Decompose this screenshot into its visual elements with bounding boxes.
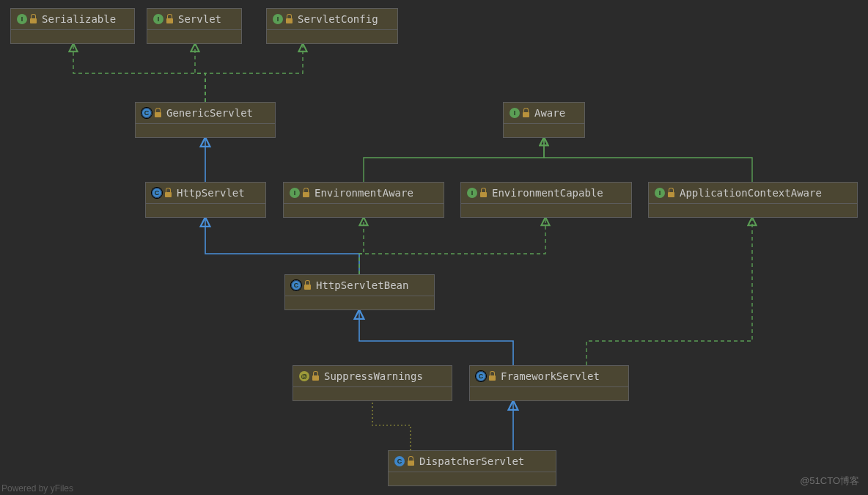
edge-httpservletbean-httpservlet [205, 217, 359, 274]
watermark-text: @51CTO博客 [800, 474, 859, 488]
edge-frameworkservlet-httpservletbean [359, 309, 513, 365]
edge-genericservlet-servlet [195, 43, 205, 102]
class-icon: C [476, 371, 486, 381]
node-label: HttpServletBean [316, 279, 408, 291]
edge-genericservlet-servletconfig [205, 43, 303, 102]
lock-icon [303, 189, 309, 197]
node-label: EnvironmentCapable [492, 187, 603, 199]
edge-appctxaware-aware [544, 137, 752, 182]
node-label: Aware [534, 107, 565, 119]
lock-icon [408, 458, 414, 466]
node-label: ApplicationContextAware [680, 187, 822, 199]
uml-node-environmentcapable[interactable]: IEnvironmentCapable [460, 182, 632, 218]
lock-icon [286, 15, 293, 23]
interface-icon: I [655, 188, 665, 198]
uml-node-aware[interactable]: IAware [503, 102, 585, 138]
edge-httpservletbean-environmentcapable [359, 217, 545, 274]
lock-icon [480, 189, 487, 197]
annot-icon: @ [299, 371, 309, 381]
interface-icon: I [467, 188, 477, 198]
uml-node-dispatcherservlet[interactable]: CDispatcherServlet [388, 450, 556, 486]
node-label: Servlet [178, 13, 221, 25]
class-icon: C [141, 108, 152, 118]
edge-dispatcherservlet-suppresswarnings [372, 400, 411, 450]
edge-frameworkservlet-appctxaware [586, 217, 752, 365]
edge-httpservletbean-environmentaware [359, 217, 364, 274]
interface-icon: I [17, 14, 27, 24]
uml-node-httpservletbean[interactable]: CHttpServletBean [284, 274, 435, 310]
uml-node-appctxaware[interactable]: IApplicationContextAware [648, 182, 858, 218]
diagram-edges [0, 0, 868, 495]
interface-icon: I [153, 14, 163, 24]
lock-icon [312, 373, 319, 381]
node-label: DispatcherServlet [419, 455, 524, 467]
lock-icon [304, 282, 311, 290]
uml-node-genericservlet[interactable]: CGenericServlet [135, 102, 276, 138]
lock-icon [523, 109, 529, 117]
uml-node-frameworkservlet[interactable]: CFrameworkServlet [469, 365, 629, 401]
node-label: FrameworkServlet [501, 370, 600, 382]
lock-icon [155, 109, 161, 117]
class-icon: C [291, 280, 301, 290]
edge-environmentaware-aware [364, 137, 544, 182]
interface-icon: I [273, 14, 283, 24]
lock-icon [30, 15, 37, 23]
uml-node-servlet[interactable]: IServlet [147, 8, 242, 44]
lock-icon [165, 189, 172, 197]
uml-node-suppresswarnings[interactable]: @SuppressWarnings [293, 365, 452, 401]
lock-icon [166, 15, 173, 23]
interface-icon: I [510, 108, 520, 118]
powered-by-text: Powered by yFiles [1, 483, 73, 494]
uml-node-environmentaware[interactable]: IEnvironmentAware [283, 182, 444, 218]
class-icon: C [394, 456, 405, 466]
lock-icon [489, 373, 496, 381]
lock-icon [668, 189, 674, 197]
node-label: Serializable [42, 13, 116, 25]
uml-node-serializable[interactable]: ISerializable [10, 8, 135, 44]
uml-node-httpservlet[interactable]: CHttpServlet [145, 182, 266, 218]
uml-node-servletconfig[interactable]: IServletConfig [266, 8, 398, 44]
class-icon: C [152, 188, 162, 198]
edge-genericservlet-serializable [73, 43, 205, 102]
interface-icon: I [290, 188, 300, 198]
node-label: EnvironmentAware [315, 187, 413, 199]
node-label: SuppressWarnings [324, 370, 423, 382]
node-label: GenericServlet [166, 107, 253, 119]
node-label: ServletConfig [298, 13, 378, 25]
node-label: HttpServlet [177, 187, 245, 199]
